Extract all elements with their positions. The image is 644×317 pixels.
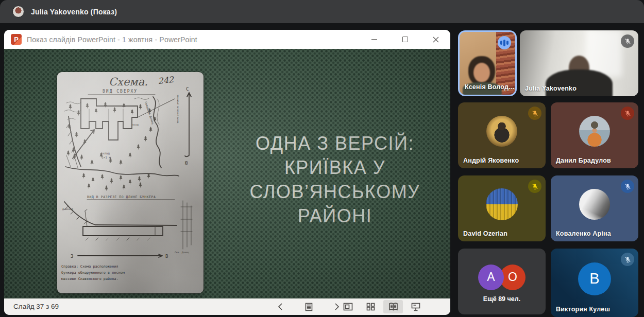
storage-size-label: 1×1 м [101,155,111,159]
participant-name: Julia Yakovenko [525,85,577,92]
window-title: Показ слайдів PowerPoint - 1 жовтня - Po… [27,36,197,44]
mic-muted-icon [621,107,634,120]
slide-title-line: РАЙОНІ [218,204,450,228]
close-icon [433,37,439,43]
avatar [486,116,517,147]
participant-tile-kseniia[interactable]: Ксенія Волод... [458,30,517,96]
schematic-page-number: 242 [158,75,175,86]
slide-nav-group [271,298,346,315]
slide-menu-button[interactable] [299,300,318,313]
participant-name: Коваленко Аріна [556,230,611,237]
mic-muted-icon [528,107,541,120]
storage-label: склад [100,151,110,155]
slide-sorter-icon [366,303,375,311]
caption-line-3: массиве Славянского района. [61,277,118,281]
entrance-label: вход [132,123,139,126]
avatar: B [578,262,611,295]
east-label: В [165,254,168,259]
caption-line-1: Справка: Схема расположения [61,265,118,269]
caption-line-2: бункера обнаруженного в лесном [61,271,125,275]
slide-title: ОДНА З ВЕРСІЙ: КРИЇВКА У СЛОВ’ЯНСЬКОМУ Р… [218,131,450,228]
powerpoint-window: P Показ слайдів PowerPoint - 1 жовтня - … [4,30,450,315]
presenter-avatar [12,6,24,17]
section-label: ВИД В РАЗРЕЗЕ ПО ДЛИНЕ БУНКЕРА [87,195,156,199]
normal-view-icon [343,303,353,311]
participant-name: Виктория Кулеш [556,306,610,313]
reading-view-button[interactable] [383,300,403,313]
mic-muted-icon [528,180,541,193]
slide-title-line: КРИЇВКА У [218,155,450,180]
compass-north: С [186,86,189,92]
view-top-label: ВИД СВЕРХУ [103,89,138,94]
participant-name: David Ozerian [463,230,507,237]
meeting-window: Julia Yakovenko (Показ) P Показ слайдів … [0,0,644,317]
reading-view-icon [388,303,398,311]
webcam-person-face [473,63,490,82]
presenter-bar: Julia Yakovenko (Показ) [0,0,644,23]
minimize-icon [371,39,377,40]
window-controls [362,30,450,49]
participant-tile-david[interactable]: David Ozerian [458,175,546,241]
participant-name: Ксенія Волод... [465,83,514,91]
participant-tile-andrii[interactable]: Андрій Яковенко [458,102,546,168]
participant-tile-more-overflow[interactable]: A O Ещё 89 чел. [458,249,546,314]
slideshow-icon [411,303,420,311]
slide-notes-icon [304,303,313,311]
participant-tile-kovalenko[interactable]: Коваленко Аріна [551,175,638,241]
west-label: З [71,254,73,259]
mic-muted-icon [621,180,634,193]
participant-name: Данил Брадулов [556,157,611,164]
webcam-person-body [546,69,613,96]
avatar: A [478,265,504,290]
avatar-ukraine-flag [486,188,518,220]
chimney-label: дымоход [62,207,73,210]
exit-label: закрытый запасной выход [177,95,179,124]
river-label: Северный Донец [144,101,155,125]
mic-muted-icon [621,34,634,48]
minimize-button[interactable] [362,30,386,49]
overflow-avatars: A O Ещё 89 чел. [458,265,546,303]
powerpoint-statusbar: Слайд 37 з 69 [4,298,450,315]
close-button[interactable] [424,30,448,49]
normal-view-button[interactable] [338,300,358,313]
powerpoint-titlebar[interactable]: P Показ слайдів PowerPoint - 1 жовтня - … [4,30,450,49]
powerpoint-logo-icon: P [11,34,22,45]
slide-canvas[interactable]: Схема. 242 ВИД СВЕРХУ [4,49,450,298]
view-buttons-group [338,298,426,315]
presenter-label: Julia Yakovenko (Показ) [31,8,117,16]
webcam-background [586,30,622,77]
powerpoint-logo-letter: P [11,34,22,45]
avatar [579,116,610,147]
chevron-left-icon [277,303,285,311]
previous-slide-button[interactable] [271,300,291,313]
participant-tile-viktoriia[interactable]: B Виктория Кулеш [551,249,638,317]
participant-tile-julia[interactable]: Julia Yakovenko [520,30,638,96]
schematic-drawing: Схема. 242 ВИД СВЕРХУ [57,72,204,293]
slide-title-line: ОДНА З ВЕРСІЙ: [218,131,450,155]
slideshow-button[interactable] [406,300,426,313]
speaking-indicator-icon [498,36,511,49]
slide-counter: Слайд 37 з 69 [13,298,59,315]
compass-south: Ю [185,161,188,166]
schematic-title: Схема. [109,76,148,88]
maximize-icon [402,37,408,42]
participant-name: Андрій Яковенко [463,157,519,164]
schematic-photo: Схема. 242 ВИД СВЕРХУ [57,72,204,293]
mic-muted-icon [621,253,634,266]
maximize-button[interactable] [393,30,417,49]
avatar [579,189,610,220]
overflow-count-label: Ещё 89 чел. [483,295,520,303]
bank-label: Сев. Донец [175,251,189,254]
slide-title-line: СЛОВ’ЯНСЬКОМУ [218,180,450,204]
participant-tile-danyl[interactable]: Данил Брадулов [551,102,638,168]
slide-sorter-button[interactable] [361,300,380,313]
